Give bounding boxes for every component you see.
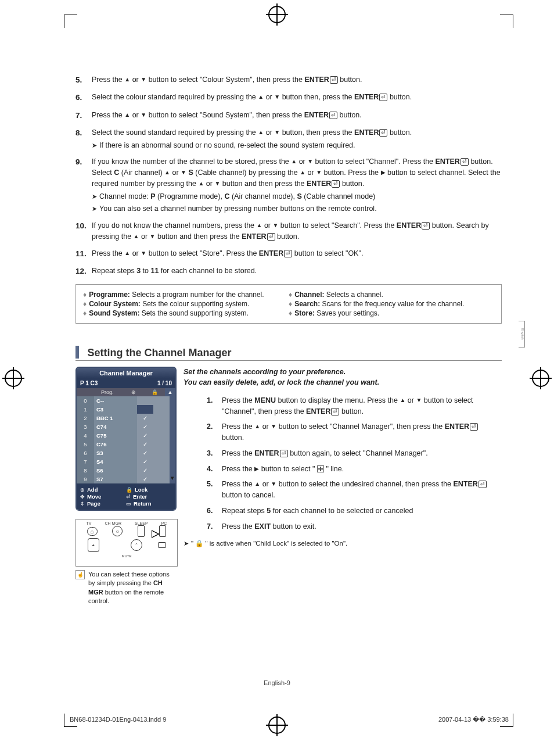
channel-up-icon: ⌃ <box>131 539 142 551</box>
osd-legend: ⊕Add🔒Lock✥Move⏎Enter⇕Page▭Return <box>77 483 175 510</box>
osd-header-prog: Prog. <box>99 388 123 396</box>
page-footer: English-9 <box>0 679 554 686</box>
osd-channel-row: 3C74✓ <box>77 422 175 431</box>
volume-button-icon: + <box>88 538 99 552</box>
crop-mark <box>500 15 513 28</box>
add-icon: ⊕ <box>123 388 144 396</box>
definitions-box: ♦Programme: Selects a program number for… <box>75 284 502 324</box>
manual-page: English 5.Press the ▲ or ▼ button to sel… <box>0 0 554 756</box>
chmgr-button-icon: ○ <box>112 526 123 536</box>
osd-channel-row: 1C3 <box>77 405 175 414</box>
section-header: Setting the Channel Manager <box>75 346 502 361</box>
registration-mark-icon <box>532 370 549 387</box>
pointer-arrow-icon <box>152 530 160 538</box>
remote-caption: ☝ You can select these options by simply… <box>75 570 177 606</box>
registration-mark-icon <box>5 370 22 387</box>
osd-channel-row: 0C-- <box>77 396 175 405</box>
osd-channel-row: 6S3✓ <box>77 449 175 457</box>
tv-button-icon: ⌂ <box>87 527 98 536</box>
osd-title: Channel Manager <box>77 368 175 378</box>
lock-icon: 🔒 <box>144 388 165 396</box>
osd-channel-row: 4C75✓ <box>77 431 175 440</box>
section-instructions: Set the channels according to your prefe… <box>184 367 502 606</box>
osd-channel-row: 9S7✓▼ <box>77 475 175 483</box>
osd-page-indicator: 1 / 10 <box>157 380 172 386</box>
section-bar-icon <box>75 346 79 359</box>
section-intro: Set the channels according to your prefe… <box>184 367 502 388</box>
osd-channel-manager: Channel Manager P 1 C3 1 / 10 Prog. ⊕ 🔒 … <box>75 367 177 511</box>
add-line-icon <box>317 465 324 472</box>
osd-subheader: P 1 C3 1 / 10 <box>77 378 175 388</box>
osd-current-channel: P 1 C3 <box>80 380 98 386</box>
pc-button-icon <box>159 525 166 537</box>
section-title: Setting the Channel Manager <box>87 347 231 359</box>
crop-mark <box>64 15 77 28</box>
osd-channel-row: 7S4✓ <box>77 457 175 466</box>
osd-column-header: Prog. ⊕ 🔒 ▲ <box>77 388 175 396</box>
remote-diagram: TVCH MGRSLEEPPC ⌂ ○ + ⌃ MUTE <box>75 519 178 567</box>
instruction-list: 5.Press the ▲ or ▼ button to select "Col… <box>75 74 502 277</box>
sleep-button-icon <box>138 525 145 537</box>
indd-filename: BN68-01234D-01Eng-0413.indd 9 <box>70 716 166 723</box>
footnote: ➤" 🔒 " is active when "Child Lock" is se… <box>184 539 502 547</box>
print-timestamp: 2007-04-13 �� 3:59:38 <box>438 716 509 723</box>
registration-mark-icon <box>268 6 286 23</box>
source-button-icon <box>158 542 166 548</box>
osd-channel-row: 2BBC 1✓ <box>77 414 175 422</box>
osd-column: Channel Manager P 1 C3 1 / 10 Prog. ⊕ 🔒 … <box>75 367 177 606</box>
hand-icon: ☝ <box>75 570 85 579</box>
osd-channel-row: 5C76✓ <box>77 440 175 449</box>
language-tab: English <box>519 321 525 347</box>
osd-channel-row: 8S6✓ <box>77 466 175 475</box>
mute-label: MUTE <box>122 554 132 558</box>
print-metadata: BN68-01234D-01Eng-0413.indd 9 2007-04-13… <box>70 716 509 723</box>
